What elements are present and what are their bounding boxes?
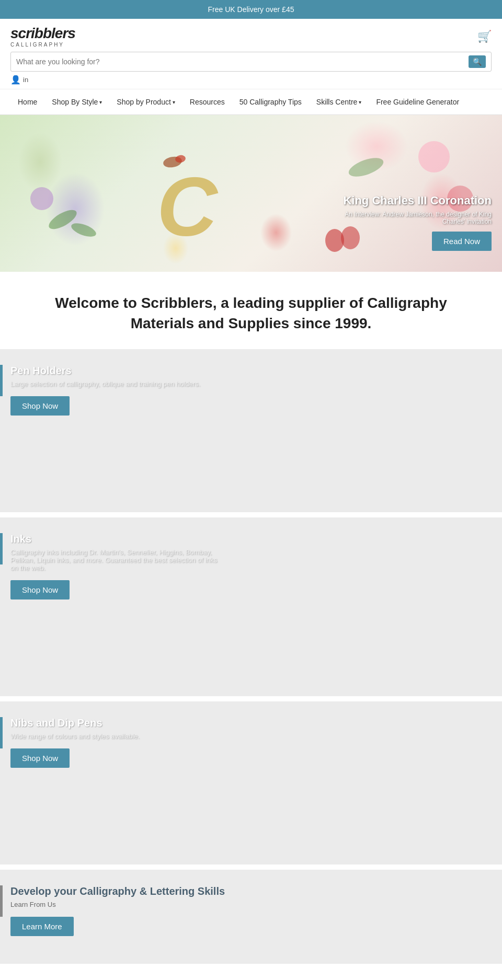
nav-calligraphy-tips-label: 50 Calligraphy Tips: [239, 98, 302, 106]
hero-banner: C King Charles III Coronation An Intervi…: [0, 115, 502, 272]
inks-section: Inks Calligraphy inks including Dr. Mart…: [0, 517, 502, 696]
skills-desc: Learn From Us: [10, 901, 492, 908]
inks-title: Inks: [10, 533, 492, 545]
account-icon[interactable]: 👤: [10, 75, 21, 85]
skills-title: Develop your Calligraphy & Lettering Ski…: [10, 885, 492, 897]
search-button[interactable]: 🔍: [469, 55, 486, 68]
nav-item-home[interactable]: Home: [10, 95, 44, 109]
pen-holders-desc: Large selection of calligraphy, oblique …: [10, 380, 220, 388]
pen-holders-section: Pen Holders Large selection of calligrap…: [0, 349, 502, 512]
top-banner-text: Free UK Delivery over £45: [208, 5, 294, 14]
chevron-down-icon: ▾: [173, 99, 175, 105]
chevron-down-icon: ▾: [359, 99, 361, 105]
nav-home-label: Home: [18, 98, 37, 106]
hero-content: King Charles III Coronation An Interview…: [335, 194, 492, 251]
nibs-image: [10, 776, 492, 854]
nav-item-shop-by-style[interactable]: Shop By Style ▾: [44, 95, 109, 109]
logo[interactable]: scribblers CALLIGRAPHY: [10, 25, 75, 48]
search-input[interactable]: [16, 57, 469, 66]
skills-indicator: [0, 885, 3, 917]
section-indicator: [0, 717, 3, 748]
nibs-section: Nibs and Dip Pens Wide range of colours …: [0, 701, 502, 864]
pen-holders-title: Pen Holders: [10, 365, 492, 377]
pen-holders-shop-now-button[interactable]: Shop Now: [10, 396, 70, 416]
header: scribblers CALLIGRAPHY 🛒 🔍 👤 in: [0, 19, 502, 89]
welcome-section: Welcome to Scribblers, a leading supplie…: [0, 272, 502, 349]
inks-shop-now-button[interactable]: Shop Now: [10, 580, 70, 599]
hero-title: King Charles III Coronation: [335, 194, 492, 207]
header-top: scribblers CALLIGRAPHY 🛒: [10, 25, 492, 48]
nav-shop-by-product-label: Shop by Product: [117, 98, 171, 106]
nav-guideline-label: Free Guideline Generator: [376, 98, 459, 106]
learn-more-button[interactable]: Learn More: [10, 917, 74, 936]
nav-item-calligraphy-tips[interactable]: 50 Calligraphy Tips: [232, 95, 309, 109]
nav-item-resources[interactable]: Resources: [182, 95, 232, 109]
nibs-title: Nibs and Dip Pens: [10, 717, 492, 729]
inks-image: [10, 607, 492, 686]
nav-resources-label: Resources: [190, 98, 225, 106]
cart-icon[interactable]: 🛒: [477, 30, 492, 43]
logo-text: scribblers: [10, 25, 75, 42]
pen-holders-image: [10, 423, 492, 502]
section-indicator: [0, 533, 3, 564]
nibs-shop-now-button[interactable]: Shop Now: [10, 748, 70, 768]
nav-skills-centre-label: Skills Centre: [316, 98, 358, 106]
inks-desc: Calligraphy inks including Dr. Martin's,…: [10, 548, 220, 572]
nav-shop-by-style-label: Shop By Style: [52, 98, 98, 106]
chevron-down-icon: ▾: [99, 99, 102, 105]
logo-sub: CALLIGRAPHY: [10, 42, 64, 48]
nibs-desc: Wide range of colours and styles availab…: [10, 732, 220, 740]
skills-section: Develop your Calligraphy & Lettering Ski…: [0, 870, 502, 964]
account-label: in: [23, 76, 28, 84]
search-bar: 🔍: [10, 52, 492, 72]
nav-item-shop-by-product[interactable]: Shop by Product ▾: [109, 95, 182, 109]
hero-subtitle: An Interview: Andrew Jamieson, the desig…: [335, 211, 492, 225]
account-row: 👤 in: [10, 75, 492, 85]
section-indicator: [0, 365, 3, 396]
welcome-heading: Welcome to Scribblers, a leading supplie…: [31, 293, 471, 333]
nav-item-guideline-generator[interactable]: Free Guideline Generator: [369, 95, 466, 109]
header-right: 🛒: [477, 30, 492, 43]
read-now-button[interactable]: Read Now: [432, 232, 492, 251]
nav-item-skills-centre[interactable]: Skills Centre ▾: [309, 95, 369, 109]
top-banner: Free UK Delivery over £45: [0, 0, 502, 19]
main-nav: Home Shop By Style ▾ Shop by Product ▾ R…: [0, 89, 502, 115]
